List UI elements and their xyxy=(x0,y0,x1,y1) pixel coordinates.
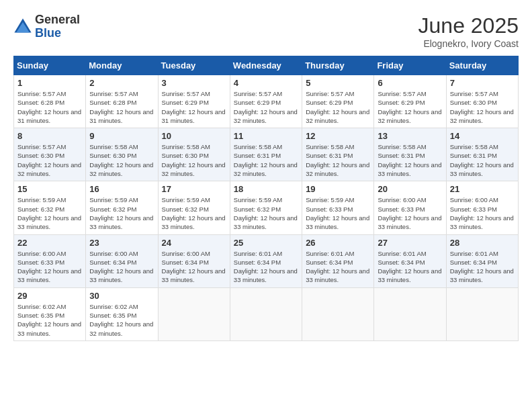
calendar-cell: 30Sunrise: 6:02 AMSunset: 6:35 PMDayligh… xyxy=(86,287,158,340)
calendar-cell: 1Sunrise: 5:57 AMSunset: 6:28 PMDaylight… xyxy=(14,75,86,128)
day-number: 11 xyxy=(234,131,298,141)
calendar-header-tuesday: Tuesday xyxy=(158,56,230,75)
calendar-cell: 2Sunrise: 5:57 AMSunset: 6:28 PMDaylight… xyxy=(86,75,158,128)
calendar-header-friday: Friday xyxy=(374,56,446,75)
calendar-table: SundayMondayTuesdayWednesdayThursdayFrid… xyxy=(13,56,519,341)
logo-text: General Blue xyxy=(35,13,80,40)
calendar-header-monday: Monday xyxy=(86,56,158,75)
day-info: Sunrise: 5:58 AMSunset: 6:30 PMDaylight:… xyxy=(89,142,154,178)
day-number: 15 xyxy=(17,184,82,194)
day-info: Sunrise: 5:59 AMSunset: 6:32 PMDaylight:… xyxy=(234,195,298,231)
calendar-cell: 14Sunrise: 5:58 AMSunset: 6:31 PMDayligh… xyxy=(446,128,518,181)
day-number: 21 xyxy=(450,184,515,194)
day-info: Sunrise: 5:57 AMSunset: 6:30 PMDaylight:… xyxy=(450,89,515,125)
calendar-cell: 17Sunrise: 5:59 AMSunset: 6:32 PMDayligh… xyxy=(158,181,230,234)
day-info: Sunrise: 5:59 AMSunset: 6:33 PMDaylight:… xyxy=(306,195,370,231)
day-number: 27 xyxy=(378,238,442,248)
day-number: 10 xyxy=(162,131,226,141)
calendar-header-saturday: Saturday xyxy=(446,56,518,75)
day-info: Sunrise: 6:01 AMSunset: 6:34 PMDaylight:… xyxy=(306,249,370,285)
calendar-cell: 6Sunrise: 5:57 AMSunset: 6:29 PMDaylight… xyxy=(374,75,446,128)
calendar-cell: 27Sunrise: 6:01 AMSunset: 6:34 PMDayligh… xyxy=(374,234,446,287)
day-number: 25 xyxy=(234,238,298,248)
day-info: Sunrise: 6:00 AMSunset: 6:33 PMDaylight:… xyxy=(378,195,442,231)
day-number: 26 xyxy=(306,238,370,248)
day-info: Sunrise: 5:57 AMSunset: 6:29 PMDaylight:… xyxy=(378,89,442,125)
day-number: 4 xyxy=(234,78,298,88)
day-info: Sunrise: 6:01 AMSunset: 6:34 PMDaylight:… xyxy=(234,249,298,285)
calendar-header-sunday: Sunday xyxy=(14,56,86,75)
day-info: Sunrise: 5:59 AMSunset: 6:32 PMDaylight:… xyxy=(89,195,154,231)
day-info: Sunrise: 5:58 AMSunset: 6:31 PMDaylight:… xyxy=(450,142,515,178)
day-info: Sunrise: 5:58 AMSunset: 6:31 PMDaylight:… xyxy=(306,142,370,178)
day-info: Sunrise: 5:57 AMSunset: 6:28 PMDaylight:… xyxy=(89,89,154,125)
calendar-cell: 16Sunrise: 5:59 AMSunset: 6:32 PMDayligh… xyxy=(86,181,158,234)
calendar-cell: 22Sunrise: 6:00 AMSunset: 6:33 PMDayligh… xyxy=(14,234,86,287)
calendar-cell: 19Sunrise: 5:59 AMSunset: 6:33 PMDayligh… xyxy=(302,181,374,234)
calendar-cell: 5Sunrise: 5:57 AMSunset: 6:29 PMDaylight… xyxy=(302,75,374,128)
calendar-week-row: 1Sunrise: 5:57 AMSunset: 6:28 PMDaylight… xyxy=(14,75,519,128)
day-number: 3 xyxy=(162,78,226,88)
calendar-cell: 8Sunrise: 5:57 AMSunset: 6:30 PMDaylight… xyxy=(14,128,86,181)
day-number: 7 xyxy=(450,78,515,88)
calendar-cell: 12Sunrise: 5:58 AMSunset: 6:31 PMDayligh… xyxy=(302,128,374,181)
calendar-cell: 28Sunrise: 6:01 AMSunset: 6:34 PMDayligh… xyxy=(446,234,518,287)
calendar-cell: 11Sunrise: 5:58 AMSunset: 6:31 PMDayligh… xyxy=(230,128,302,181)
day-number: 16 xyxy=(89,184,154,194)
day-number: 8 xyxy=(17,131,82,141)
day-info: Sunrise: 5:58 AMSunset: 6:31 PMDaylight:… xyxy=(378,142,442,178)
day-number: 19 xyxy=(306,184,370,194)
day-info: Sunrise: 5:59 AMSunset: 6:32 PMDaylight:… xyxy=(17,195,82,231)
day-info: Sunrise: 5:57 AMSunset: 6:29 PMDaylight:… xyxy=(234,89,298,125)
day-info: Sunrise: 6:01 AMSunset: 6:34 PMDaylight:… xyxy=(378,249,442,285)
day-number: 23 xyxy=(89,238,154,248)
day-info: Sunrise: 6:02 AMSunset: 6:35 PMDaylight:… xyxy=(17,302,82,338)
day-info: Sunrise: 6:00 AMSunset: 6:34 PMDaylight:… xyxy=(89,249,154,285)
day-info: Sunrise: 6:00 AMSunset: 6:34 PMDaylight:… xyxy=(162,249,226,285)
calendar-header-thursday: Thursday xyxy=(302,56,374,75)
calendar-cell: 3Sunrise: 5:57 AMSunset: 6:29 PMDaylight… xyxy=(158,75,230,128)
day-number: 30 xyxy=(89,291,154,301)
calendar-cell: 13Sunrise: 5:58 AMSunset: 6:31 PMDayligh… xyxy=(374,128,446,181)
day-number: 6 xyxy=(378,78,442,88)
month-title: June 2025 xyxy=(418,13,519,38)
page-header: General Blue June 2025 Elognekro, Ivory … xyxy=(13,13,519,49)
calendar-cell: 9Sunrise: 5:58 AMSunset: 6:30 PMDaylight… xyxy=(86,128,158,181)
calendar-cell xyxy=(158,287,230,340)
calendar-cell: 18Sunrise: 5:59 AMSunset: 6:32 PMDayligh… xyxy=(230,181,302,234)
calendar-cell: 23Sunrise: 6:00 AMSunset: 6:34 PMDayligh… xyxy=(86,234,158,287)
logo-general: General xyxy=(35,13,80,27)
title-area: June 2025 Elognekro, Ivory Coast xyxy=(418,13,519,49)
calendar-header-row: SundayMondayTuesdayWednesdayThursdayFrid… xyxy=(14,56,519,75)
calendar-cell: 24Sunrise: 6:00 AMSunset: 6:34 PMDayligh… xyxy=(158,234,230,287)
logo-icon xyxy=(13,17,32,36)
calendar-cell: 7Sunrise: 5:57 AMSunset: 6:30 PMDaylight… xyxy=(446,75,518,128)
day-number: 5 xyxy=(306,78,370,88)
day-number: 18 xyxy=(234,184,298,194)
calendar-cell xyxy=(446,287,518,340)
calendar-cell: 15Sunrise: 5:59 AMSunset: 6:32 PMDayligh… xyxy=(14,181,86,234)
day-number: 20 xyxy=(378,184,442,194)
day-info: Sunrise: 5:58 AMSunset: 6:30 PMDaylight:… xyxy=(162,142,226,178)
calendar-cell xyxy=(374,287,446,340)
day-number: 9 xyxy=(89,131,154,141)
day-number: 14 xyxy=(450,131,515,141)
calendar-cell: 29Sunrise: 6:02 AMSunset: 6:35 PMDayligh… xyxy=(14,287,86,340)
day-number: 29 xyxy=(17,291,82,301)
day-info: Sunrise: 6:01 AMSunset: 6:34 PMDaylight:… xyxy=(450,249,515,285)
calendar-cell: 25Sunrise: 6:01 AMSunset: 6:34 PMDayligh… xyxy=(230,234,302,287)
day-number: 2 xyxy=(89,78,154,88)
day-info: Sunrise: 5:57 AMSunset: 6:29 PMDaylight:… xyxy=(162,89,226,125)
day-info: Sunrise: 5:57 AMSunset: 6:29 PMDaylight:… xyxy=(306,89,370,125)
calendar-cell: 21Sunrise: 6:00 AMSunset: 6:33 PMDayligh… xyxy=(446,181,518,234)
logo-blue: Blue xyxy=(35,27,80,40)
day-number: 17 xyxy=(162,184,226,194)
day-number: 13 xyxy=(378,131,442,141)
calendar-cell xyxy=(302,287,374,340)
day-info: Sunrise: 5:59 AMSunset: 6:32 PMDaylight:… xyxy=(162,195,226,231)
calendar-week-row: 29Sunrise: 6:02 AMSunset: 6:35 PMDayligh… xyxy=(14,287,519,340)
day-info: Sunrise: 6:00 AMSunset: 6:33 PMDaylight:… xyxy=(17,249,82,285)
day-info: Sunrise: 5:57 AMSunset: 6:28 PMDaylight:… xyxy=(17,89,82,125)
day-number: 22 xyxy=(17,238,82,248)
calendar-week-row: 15Sunrise: 5:59 AMSunset: 6:32 PMDayligh… xyxy=(14,181,519,234)
